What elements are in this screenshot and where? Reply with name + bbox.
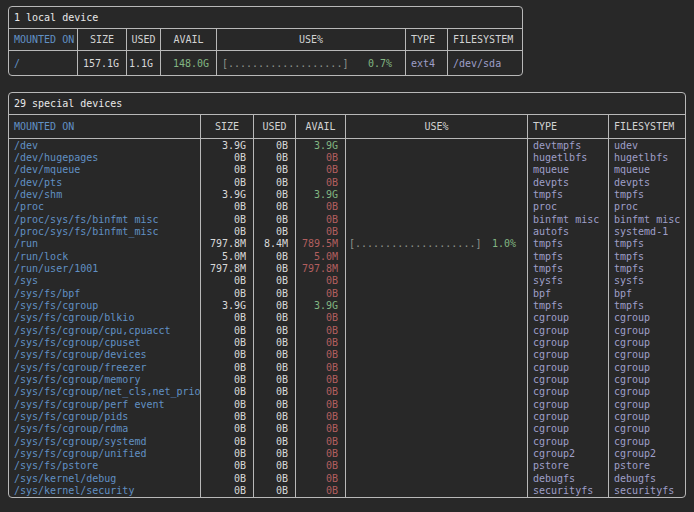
filesystem-name: cgroup bbox=[609, 386, 685, 398]
avail-value: 3.9G bbox=[296, 299, 346, 311]
used-value: 0B bbox=[254, 299, 296, 311]
usage-cell bbox=[346, 139, 528, 151]
filesystem-name: cgroup bbox=[609, 324, 685, 336]
fs-type: securityfs bbox=[528, 484, 609, 496]
mount-point: /sys/fs/cgroup/rdma bbox=[9, 423, 201, 435]
mount-point: /sys/fs/cgroup/cpu,cpuacct bbox=[9, 324, 201, 336]
mount-point: /proc/sys/fs/binfmt_misc bbox=[9, 213, 201, 225]
filesystem-name: pstore bbox=[609, 460, 685, 472]
column-header-filesystem: FILESYSTEM bbox=[448, 29, 522, 51]
usage-cell bbox=[346, 299, 528, 311]
used-value: 0B bbox=[254, 447, 296, 459]
size-value: 0B bbox=[201, 225, 254, 237]
fs-type: cgroup bbox=[528, 386, 609, 398]
usage-cell bbox=[346, 484, 528, 496]
size-value: 0B bbox=[201, 336, 254, 348]
usage-bar: [...................] bbox=[222, 58, 348, 69]
avail-value: 0B bbox=[296, 386, 346, 398]
column-header-mounted-on: MOUNTED ON bbox=[9, 29, 78, 51]
filesystem-name: mqueue bbox=[609, 164, 685, 176]
mount-point: /run/user/1001 bbox=[9, 262, 201, 274]
filesystem-name: tmpfs bbox=[609, 299, 685, 311]
usage-cell bbox=[346, 151, 528, 163]
usage-percent: 1.0% bbox=[492, 238, 516, 249]
size-value: 0B bbox=[201, 361, 254, 373]
fs-type: cgroup bbox=[528, 410, 609, 422]
usage-bar: [....................] bbox=[349, 238, 481, 249]
size-value: 0B bbox=[201, 460, 254, 472]
fs-type: devpts bbox=[528, 176, 609, 188]
avail-value: 0B bbox=[296, 460, 346, 472]
usage-cell bbox=[346, 201, 528, 213]
usage-cell bbox=[346, 312, 528, 324]
fs-type: tmpfs bbox=[528, 250, 609, 262]
avail-value: 0B bbox=[296, 201, 346, 213]
usage-cell bbox=[346, 472, 528, 484]
size-value: 0B bbox=[201, 164, 254, 176]
size-value: 0B bbox=[201, 349, 254, 361]
size-value: 0B bbox=[201, 410, 254, 422]
used-value: 0B bbox=[254, 410, 296, 422]
usage-cell bbox=[346, 460, 528, 472]
avail-value: 0B bbox=[296, 423, 346, 435]
fs-type: cgroup2 bbox=[528, 447, 609, 459]
mount-point: /sys/fs/cgroup bbox=[9, 299, 201, 311]
filesystem-name: devpts bbox=[609, 176, 685, 188]
mount-point: /dev/pts bbox=[9, 176, 201, 188]
filesystem-name: cgroup bbox=[609, 349, 685, 361]
used-value: 0B bbox=[254, 151, 296, 163]
column-header-used: USED bbox=[254, 115, 296, 139]
used-value: 0B bbox=[254, 460, 296, 472]
fs-type: mqueue bbox=[528, 164, 609, 176]
used-value: 0B bbox=[254, 435, 296, 447]
usage-cell bbox=[346, 225, 528, 237]
filesystem-name: cgroup bbox=[609, 361, 685, 373]
mount-point: /proc/sys/fs/binfmt_misc bbox=[9, 225, 201, 237]
fs-type: cgroup bbox=[528, 324, 609, 336]
used-value: 0B bbox=[254, 188, 296, 200]
used-value: 0B bbox=[254, 213, 296, 225]
special-devices-table: MOUNTED ONSIZEUSEDAVAILUSE%TYPEFILESYSTE… bbox=[9, 115, 685, 497]
mount-point: /sys/fs/cgroup/blkio bbox=[9, 312, 201, 324]
avail-value: 0B bbox=[296, 484, 346, 496]
usage-cell bbox=[346, 287, 528, 299]
avail-value: 0B bbox=[296, 275, 346, 287]
size-value: 0B bbox=[201, 151, 254, 163]
avail-value: 0B bbox=[296, 361, 346, 373]
size-value: 0B bbox=[201, 324, 254, 336]
used-value: 0B bbox=[254, 275, 296, 287]
usage-cell bbox=[346, 349, 528, 361]
filesystem-name: binfmt_misc bbox=[609, 213, 685, 225]
size-value: 0B bbox=[201, 447, 254, 459]
used-value: 1.1G bbox=[127, 51, 161, 75]
fs-type: debugfs bbox=[528, 472, 609, 484]
fs-type: sysfs bbox=[528, 275, 609, 287]
fs-type: tmpfs bbox=[528, 188, 609, 200]
usage-cell bbox=[346, 410, 528, 422]
used-value: 0B bbox=[254, 176, 296, 188]
avail-value: 0B bbox=[296, 398, 346, 410]
usage-cell bbox=[346, 250, 528, 262]
mount-point: /dev/mqueue bbox=[9, 164, 201, 176]
filesystem-name: debugfs bbox=[609, 472, 685, 484]
mount-point: /sys/kernel/security bbox=[9, 484, 201, 496]
used-value: 0B bbox=[254, 262, 296, 274]
avail-value: 3.9G bbox=[296, 188, 346, 200]
fs-type: cgroup bbox=[528, 336, 609, 348]
used-value: 0B bbox=[254, 336, 296, 348]
mount-point: /sys bbox=[9, 275, 201, 287]
filesystem-name: cgroup bbox=[609, 398, 685, 410]
fs-type: cgroup bbox=[528, 349, 609, 361]
used-value: 0B bbox=[254, 423, 296, 435]
size-value: 0B bbox=[201, 386, 254, 398]
avail-value: 0B bbox=[296, 164, 346, 176]
size-value: 0B bbox=[201, 484, 254, 496]
size-value: 0B bbox=[201, 472, 254, 484]
size-value: 797.8M bbox=[201, 262, 254, 274]
mount-point: /proc bbox=[9, 201, 201, 213]
used-value: 0B bbox=[254, 225, 296, 237]
used-value: 0B bbox=[254, 361, 296, 373]
filesystem-name: cgroup bbox=[609, 435, 685, 447]
mount-point: /sys/fs/cgroup/systemd bbox=[9, 435, 201, 447]
avail-value: 797.8M bbox=[296, 262, 346, 274]
